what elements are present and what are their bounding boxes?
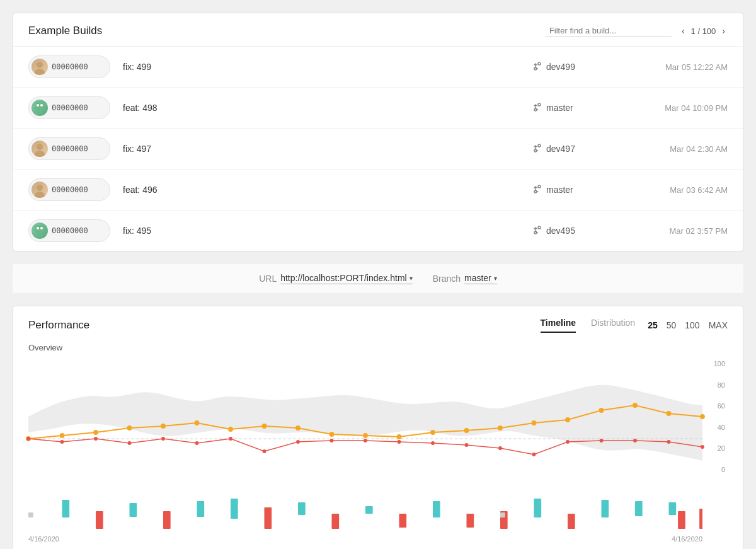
svg-point-7: [37, 144, 43, 150]
performance-card: Performance Timeline Distribution 25 50 …: [13, 306, 743, 549]
performance-header: Performance Timeline Distribution 25 50 …: [13, 306, 743, 333]
build-row[interactable]: 00000000 fix: 499 dev499 Mar 05 12:22 AM: [13, 47, 743, 88]
main-chart-container: 100 80 60 40 20 0: [28, 360, 728, 543]
svg-point-46: [296, 440, 300, 444]
avatar: [32, 141, 48, 157]
y-axis: 100 80 60 40 20 0: [709, 360, 728, 473]
build-time: Mar 05 12:22 AM: [621, 62, 728, 72]
svg-point-39: [60, 440, 64, 444]
branch-dropdown-arrow: ▾: [494, 275, 497, 282]
build-branch: master: [532, 103, 621, 113]
svg-rect-60: [130, 503, 137, 517]
svg-point-8: [35, 151, 45, 157]
branch-name: master: [546, 185, 573, 195]
branch-name: dev495: [546, 226, 575, 236]
svg-point-6: [40, 104, 43, 107]
build-hash: 00000000: [52, 226, 88, 235]
svg-point-9: [37, 185, 43, 191]
svg-point-34: [599, 408, 604, 413]
svg-point-33: [565, 417, 570, 422]
builds-list: 00000000 fix: 499 dev499 Mar 05 12:22 AM…: [13, 47, 743, 251]
svg-point-54: [566, 440, 570, 444]
tab-timeline[interactable]: Timeline: [541, 318, 576, 333]
count-100[interactable]: 100: [685, 320, 699, 330]
branch-icon: [532, 62, 542, 72]
svg-rect-69: [669, 502, 677, 515]
svg-point-15: [40, 227, 43, 229]
build-branch: dev495: [532, 226, 621, 236]
x-label-end: 4/16/2020: [672, 535, 702, 543]
overview-label: Overview: [28, 343, 728, 352]
build-badge[interactable]: 00000000: [28, 137, 110, 160]
build-time: Mar 03 6:42 AM: [621, 185, 728, 195]
svg-rect-62: [231, 499, 238, 519]
svg-rect-81: [500, 512, 505, 517]
svg-point-56: [633, 439, 637, 442]
build-label: feat: 498: [123, 103, 532, 113]
svg-rect-63: [298, 502, 306, 515]
svg-point-47: [330, 439, 334, 442]
x-label-start: 4/16/2020: [28, 535, 59, 543]
svg-rect-75: [467, 514, 474, 528]
build-row[interactable]: 00000000 feat: 496 master Mar 03 6:42 AM: [13, 170, 743, 211]
build-badge[interactable]: 00000000: [28, 219, 110, 242]
prev-page-button[interactable]: ‹: [679, 25, 687, 37]
count-25[interactable]: 25: [648, 320, 658, 330]
url-dropdown[interactable]: http://localhost:PORT/index.html ▾: [280, 273, 413, 284]
performance-tabs: Timeline Distribution: [541, 318, 636, 333]
tab-distribution[interactable]: Distribution: [591, 318, 635, 333]
svg-point-58: [701, 445, 704, 449]
build-badge[interactable]: 00000000: [28, 55, 110, 78]
build-label: fix: 495: [123, 226, 532, 236]
build-time: Mar 04 10:09 PM: [621, 103, 728, 113]
x-axis-labels: 4/16/2020 4/16/2020: [28, 535, 702, 543]
svg-point-10: [35, 192, 45, 198]
svg-point-45: [263, 449, 266, 453]
svg-point-43: [195, 441, 199, 445]
svg-point-28: [397, 434, 402, 439]
svg-point-5: [37, 104, 39, 107]
svg-point-29: [430, 430, 435, 435]
build-row[interactable]: 00000000 fix: 495 dev495 Mar 02 3:57 PM: [13, 211, 743, 251]
branch-value: master: [464, 273, 491, 283]
svg-point-30: [464, 428, 469, 433]
svg-point-22: [195, 420, 200, 425]
svg-point-40: [94, 437, 98, 441]
svg-rect-59: [62, 500, 70, 517]
svg-rect-79: [699, 509, 702, 529]
chart-area: Overview 100 80 60 40 20 0: [13, 333, 743, 549]
build-label: feat: 496: [123, 185, 532, 195]
build-branch: dev497: [532, 144, 621, 154]
performance-title: Performance: [28, 319, 89, 332]
filter-input[interactable]: [546, 25, 672, 37]
build-badge[interactable]: 00000000: [28, 178, 110, 201]
svg-rect-74: [399, 514, 407, 528]
svg-point-35: [633, 403, 638, 408]
build-label: fix: 497: [123, 144, 532, 154]
branch-dropdown[interactable]: master ▾: [464, 273, 497, 284]
svg-rect-71: [163, 511, 171, 529]
build-hash: 00000000: [52, 103, 88, 112]
build-badge[interactable]: 00000000: [28, 96, 110, 119]
svg-point-36: [667, 411, 672, 416]
url-label: URL: [259, 274, 277, 284]
svg-point-53: [532, 453, 536, 456]
build-row[interactable]: 00000000 fix: 497 dev497 Mar 04 2:30 AM: [13, 129, 743, 170]
svg-rect-2: [35, 102, 44, 110]
branch-icon: [532, 185, 542, 195]
svg-point-51: [465, 443, 469, 447]
svg-point-0: [37, 62, 43, 68]
svg-point-1: [35, 69, 45, 75]
branch-icon: [532, 144, 542, 154]
count-50[interactable]: 50: [667, 320, 677, 330]
svg-point-27: [363, 433, 368, 438]
build-row[interactable]: 00000000 feat: 498 master Mar 04 10:09 P…: [13, 88, 743, 129]
svg-point-24: [262, 424, 267, 429]
count-max[interactable]: MAX: [709, 320, 728, 330]
svg-point-21: [161, 424, 166, 429]
branch-control-group: Branch master ▾: [433, 273, 497, 284]
avatar: [32, 222, 48, 239]
svg-point-50: [431, 441, 435, 445]
build-branch: master: [532, 185, 621, 195]
next-page-button[interactable]: ›: [719, 25, 728, 37]
